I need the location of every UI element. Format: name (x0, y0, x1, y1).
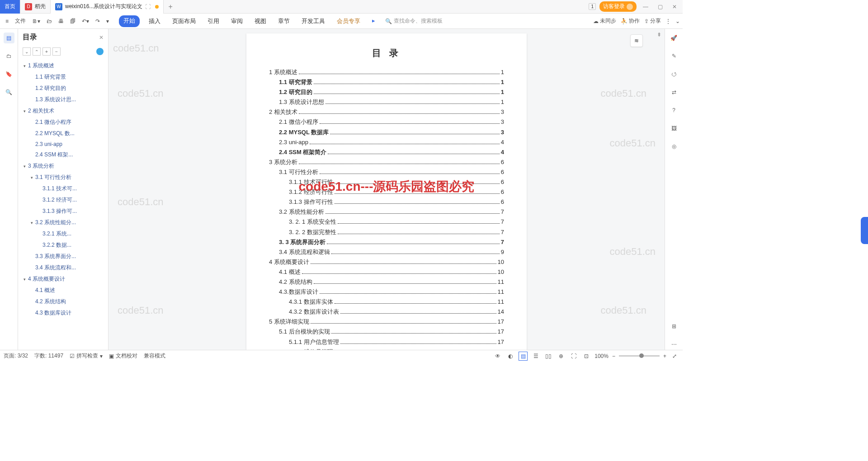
page-indicator[interactable]: 页面: 3/32 (4, 352, 28, 360)
outline-item[interactable]: ▾4 系统概要设计 (20, 273, 106, 285)
outline-item[interactable]: ▾2 相关技术 (20, 105, 106, 117)
proofread-button[interactable]: ▣文档校对 (109, 352, 137, 360)
window-count-badge[interactable]: 1 (589, 3, 596, 10)
outline-item[interactable]: 2.2 MYSQL 数... (20, 128, 106, 139)
collapse-all-icon[interactable]: ⌃ (33, 47, 41, 56)
bookmark-icon[interactable]: 🔖 (4, 69, 14, 80)
outline-item[interactable]: 3.2.1 系统... (20, 228, 106, 240)
outline-item[interactable]: 3.1.2 经济可... (20, 194, 106, 206)
minimize-button[interactable]: — (640, 1, 651, 12)
web-view-icon[interactable]: ⊕ (557, 352, 566, 361)
fullscreen-icon[interactable]: ⛶ (569, 352, 578, 361)
menu-reference[interactable]: 引用 (205, 15, 222, 27)
outline-item[interactable]: 4.1 概述 (20, 285, 106, 296)
pen-icon[interactable]: ✎ (669, 51, 679, 61)
guest-login-button[interactable]: 访客登录 (599, 1, 637, 12)
outline-item[interactable]: 2.3 uni-app (20, 139, 106, 149)
outline-item[interactable]: 4.2 系统结构 (20, 296, 106, 307)
promote-icon[interactable]: + (42, 47, 51, 56)
outline-item[interactable]: 1.3 系统设计思... (20, 94, 106, 105)
document-canvas[interactable]: code51.cn code51.cn code51.cn code51.cn … (108, 29, 665, 350)
outline-item[interactable]: ▾3 系统分析 (20, 160, 106, 172)
outline-view-icon[interactable]: ☰ (531, 352, 540, 361)
more-icon[interactable]: ⋮ (665, 18, 671, 24)
clipboard-icon[interactable]: 🗀 (4, 51, 14, 61)
outline-item[interactable]: 3.2.2 数据... (20, 240, 106, 251)
outline-item[interactable]: ▾3.2 系统性能分... (20, 217, 106, 228)
outline-item[interactable]: 1.2 研究目的 (20, 83, 106, 94)
outline-item[interactable]: 1.1 研究背景 (20, 71, 106, 83)
outline-item[interactable]: 2.1 微信小程序 (20, 117, 106, 128)
tab-home[interactable]: 首页 (0, 0, 20, 14)
spellcheck-toggle[interactable]: ☑拼写检查▾ (70, 352, 103, 360)
cursor-icon[interactable]: ⭯ (669, 69, 679, 80)
share-button[interactable]: ⇪分享 (644, 17, 661, 25)
menu-start[interactable]: 开始 (119, 15, 140, 27)
redo-button[interactable]: ↷ (93, 16, 103, 26)
coop-button[interactable]: ⛹协作 (621, 17, 640, 25)
image-icon[interactable]: 🖼 (669, 123, 679, 134)
outline-list[interactable]: ▾1 系统概述1.1 研究背景1.2 研究目的1.3 系统设计思...▾2 相关… (18, 57, 108, 350)
expand-icon[interactable]: ⤢ (670, 352, 679, 361)
eye-icon[interactable]: 👁 (493, 352, 502, 361)
menu-icon[interactable]: ≡ (3, 16, 11, 26)
scroll-top-icon[interactable]: ⇞ (656, 32, 663, 38)
toc-label: 5.1.1 用户信息管理 (289, 337, 339, 347)
close-button[interactable]: ✕ (669, 1, 680, 12)
more-tools-icon[interactable]: ⋯ (669, 339, 679, 350)
outline-item[interactable]: 2.4 SSM 框架... (20, 149, 106, 160)
compat-mode[interactable]: 兼容模式 (144, 352, 165, 360)
menu-chapter[interactable]: 章节 (275, 15, 292, 27)
collapse-ribbon-icon[interactable]: ⌄ (675, 18, 680, 24)
tab-daoke[interactable]: D稻壳 (20, 0, 51, 14)
maximize-button[interactable]: ▢ (655, 1, 665, 12)
menu-vip[interactable]: 会员专享 (334, 15, 363, 27)
open-icon[interactable]: 🗁 (44, 16, 55, 26)
sync-dot-icon[interactable] (96, 48, 104, 55)
print-icon[interactable]: 🖶 (56, 16, 66, 26)
outline-item[interactable]: 4.3 数据库设计 (20, 307, 106, 319)
preview-icon[interactable]: 🗐 (67, 16, 78, 26)
target-icon[interactable]: ◎ (669, 141, 679, 152)
outline-item[interactable]: 3.4 系统流程和... (20, 262, 106, 273)
find-icon[interactable]: 🔍 (4, 87, 14, 98)
outline-item[interactable]: 3.3 系统界面分... (20, 251, 106, 262)
outline-close-icon[interactable]: ✕ (99, 34, 104, 41)
outline-item[interactable]: ▾3.1 可行性分析 (20, 172, 106, 183)
demote-icon[interactable]: − (52, 47, 61, 56)
tab-add-button[interactable]: + (164, 3, 177, 11)
zoom-in-icon[interactable]: + (663, 353, 666, 359)
zoom-slider[interactable] (619, 355, 660, 357)
ai-panel-icon[interactable]: ≋ (630, 34, 643, 47)
tab-document[interactable]: Wweixin016...系统设计与实现论文⛶ (51, 0, 164, 14)
search-input[interactable]: 🔍查找命令、搜索模板 (385, 17, 443, 25)
menu-devtools[interactable]: 开发工具 (299, 15, 328, 27)
settings-icon[interactable]: ⇄ (669, 87, 679, 98)
file-menu[interactable]: 文件 (12, 15, 28, 27)
tools-icon[interactable]: ⊞ (669, 321, 679, 332)
expand-all-icon[interactable]: ⌄ (23, 47, 31, 56)
menu-insert[interactable]: 插入 (146, 15, 163, 27)
rocket-icon[interactable]: 🚀 (669, 33, 679, 43)
outline-item[interactable]: 3.1.1 技术可... (20, 183, 106, 194)
menu-more-icon[interactable]: ▸ (369, 15, 378, 27)
word-count[interactable]: 字数: 11497 (34, 352, 63, 360)
read-view-icon[interactable]: ▯▯ (544, 352, 553, 361)
fit-icon[interactable]: ⊡ (582, 352, 591, 361)
outline-item[interactable]: 3.1.3 操作可... (20, 206, 106, 217)
format-painter-icon[interactable]: ▾ (104, 16, 112, 26)
focus-icon[interactable]: ◐ (506, 352, 515, 361)
toc-row: 4.3.1 数据库实体11 (269, 297, 504, 307)
zoom-out-icon[interactable]: − (612, 353, 615, 359)
menu-view[interactable]: 视图 (252, 15, 269, 27)
new-icon[interactable]: 🗎▾ (29, 16, 43, 26)
outline-item[interactable]: ▾1 系统概述 (20, 60, 106, 71)
sync-button[interactable]: ☁未同步 (593, 17, 616, 25)
menu-layout[interactable]: 页面布局 (170, 15, 198, 27)
help-icon[interactable]: ? (669, 105, 679, 116)
menu-review[interactable]: 审阅 (228, 15, 245, 27)
zoom-value[interactable]: 100% (594, 353, 609, 359)
undo-button[interactable]: ↶▾ (79, 16, 92, 26)
outline-tab-icon[interactable]: ▤ (4, 33, 14, 43)
page-view-icon[interactable]: ▤ (519, 352, 528, 361)
